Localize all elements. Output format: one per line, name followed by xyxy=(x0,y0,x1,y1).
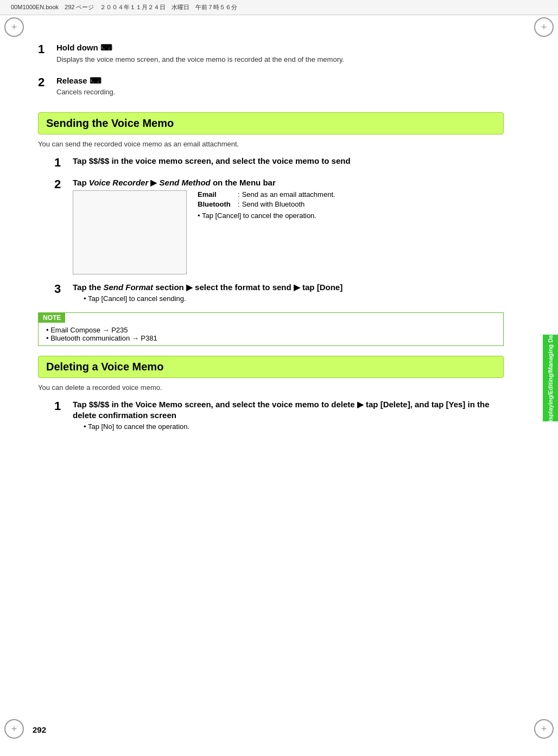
section1-step-number-3: 3 xyxy=(54,282,69,296)
corner-decoration-tr xyxy=(534,17,554,37)
step1-bold: Hold down xyxy=(56,43,98,52)
step2-layout: Email : Send as an email attachment. Blu… xyxy=(73,190,504,274)
step-content-1: Hold down ⌨ Displays the voice memo scre… xyxy=(56,42,504,70)
note-header: NOTE xyxy=(39,313,65,323)
info-email-sep: : xyxy=(238,190,240,198)
corner-decoration-bl xyxy=(4,719,24,739)
section1-step3: 3 Tap the Send Format section ▶ select t… xyxy=(54,282,504,305)
step2-bold: Release xyxy=(56,76,87,85)
section1-heading: Sending the Voice Memo xyxy=(38,112,504,134)
step2-icon: ⌨ xyxy=(90,76,102,85)
header-text: 00M1000EN.book 292 ページ ２００４年１１月２４日 水曜日 午… xyxy=(11,3,237,11)
step-desc-1: Displays the voice memo screen, and the … xyxy=(56,55,504,63)
note-content: Email Compose → P235 Bluetooth communica… xyxy=(39,323,503,345)
step2-info: Email : Send as an email attachment. Blu… xyxy=(198,190,504,220)
section2-step1-bullet: Tap [No] to cancel the operation. xyxy=(84,422,504,431)
side-tab-label: Displaying/Editing/Managing Data xyxy=(547,330,554,426)
step-number-2: 2 xyxy=(38,75,53,89)
info-bluetooth-value: Send with Bluetooth xyxy=(242,200,305,208)
section2-heading: Deleting a Voice Memo xyxy=(38,356,504,378)
page-container: 00M1000EN.book 292 ページ ２００４年１１月２４日 水曜日 午… xyxy=(0,0,558,756)
side-tab: Displaying/Editing/Managing Data xyxy=(543,335,558,421)
step-title-2: Release ⌨ xyxy=(56,75,504,86)
screenshot-image xyxy=(73,190,187,274)
section1-step-title-2: Tap Voice Recorder ▶ Send Method on the … xyxy=(73,177,504,188)
info-bluetooth-sep: : xyxy=(238,200,240,208)
step-release: 2 Release ⌨ Cancels recording. xyxy=(38,75,504,103)
section2-step-number-1: 1 xyxy=(54,399,69,413)
header-bar: 00M1000EN.book 292 ページ ２００４年１１月２４日 水曜日 午… xyxy=(0,0,558,15)
step-hold-down: 1 Hold down ⌨ Displays the voice memo sc… xyxy=(38,42,504,70)
section1-step-content-3: Tap the Send Format section ▶ select the… xyxy=(73,282,504,305)
section1-step-title-1: Tap $$/$$ in the voice memo screen, and … xyxy=(73,156,504,166)
info-email-row: Email : Send as an email attachment. xyxy=(198,190,504,198)
page-number: 292 xyxy=(33,725,46,734)
section1-step2: 2 Tap Voice Recorder ▶ Send Method on th… xyxy=(54,177,504,274)
note-item-1: Email Compose → P235 xyxy=(46,326,496,334)
info-email-label: Email xyxy=(198,190,236,198)
section2-step-title-1: Tap $$/$$ in the Voice Memo screen, and … xyxy=(73,399,504,420)
info-bluetooth-label: Bluetooth xyxy=(198,200,236,208)
info-cancel-bullet: • Tap [Cancel] to cancel the operation. xyxy=(198,212,504,220)
section1-step-content-2: Tap Voice Recorder ▶ Send Method on the … xyxy=(73,177,504,274)
step-title-1: Hold down ⌨ xyxy=(56,42,504,53)
info-bluetooth-row: Bluetooth : Send with Bluetooth xyxy=(198,200,504,208)
note-item-2: Bluetooth communication → P381 xyxy=(46,334,496,342)
section2-step1: 1 Tap $$/$$ in the Voice Memo screen, an… xyxy=(54,399,504,433)
step-content-2: Release ⌨ Cancels recording. xyxy=(56,75,504,103)
main-content: 1 Hold down ⌨ Displays the voice memo sc… xyxy=(0,15,542,467)
section1-step-title-3: Tap the Send Format section ▶ select the… xyxy=(73,282,504,293)
step1-icon: ⌨ xyxy=(100,43,112,52)
info-email-value: Send as an email attachment. xyxy=(242,190,335,198)
corner-decoration-br xyxy=(534,719,554,739)
section2-step-content-1: Tap $$/$$ in the Voice Memo screen, and … xyxy=(73,399,504,433)
section1-step-content-1: Tap $$/$$ in the voice memo screen, and … xyxy=(73,156,504,169)
section1-step-number-1: 1 xyxy=(54,156,69,170)
section2-intro: You can delete a recorded voice memo. xyxy=(38,383,504,392)
corner-decoration-tl xyxy=(4,17,24,37)
section1-step-number-2: 2 xyxy=(54,177,69,191)
section1-intro: You can send the recorded voice memo as … xyxy=(38,140,504,148)
section1-step1: 1 Tap $$/$$ in the voice memo screen, an… xyxy=(54,156,504,170)
section1-step3-bullet: Tap [Cancel] to cancel sending. xyxy=(84,294,504,303)
step-number-1: 1 xyxy=(38,42,53,56)
note-box: NOTE Email Compose → P235 Bluetooth comm… xyxy=(38,312,504,346)
step-desc-2: Cancels recording. xyxy=(56,88,504,96)
